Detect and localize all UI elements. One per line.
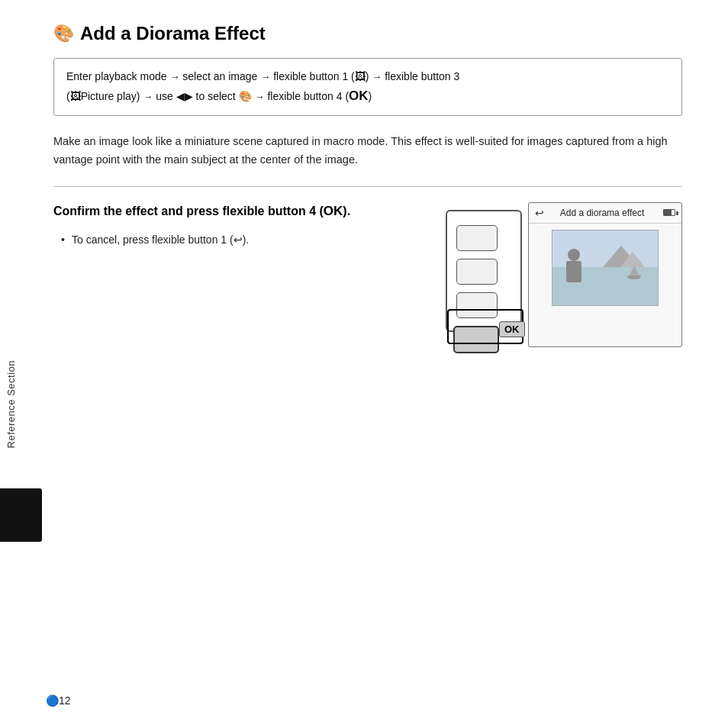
instruction-line2: (🖼Picture play) → use ◀▶ to select 🎨 → f… — [66, 90, 372, 102]
flex-button-1 — [456, 225, 498, 251]
instruction-line1: Enter playback mode → select an image → … — [66, 70, 459, 82]
section-divider — [53, 186, 682, 187]
flex-button-2 — [456, 259, 498, 285]
page-number-row: 🔵12 — [46, 694, 71, 707]
section-row: Confirm the effect and press flexible bu… — [53, 202, 682, 347]
person-head — [568, 249, 580, 261]
battery-fill — [664, 210, 672, 215]
boat-hull — [627, 275, 641, 279]
bullet-list: To cancel, press flexible button 1 (↩). — [53, 231, 423, 248]
boat-sail — [629, 266, 639, 276]
battery-icon — [663, 209, 675, 216]
camera-diagram: OK ↩ Add a diorama effect — [446, 202, 682, 347]
page-content: 🎨 Add a Diorama Effect Enter playback mo… — [0, 0, 728, 370]
screen-top-bar: ↩ Add a diorama effect — [529, 203, 681, 224]
photo-boat — [627, 266, 641, 276]
diorama-icon: 🎨 — [53, 24, 74, 43]
diagram-inner: OK ↩ Add a diorama effect — [446, 202, 682, 347]
screen-panel: ↩ Add a diorama effect — [528, 202, 682, 347]
black-tab — [0, 488, 42, 542]
instruction-box: Enter playback mode → select an image → … — [53, 58, 682, 116]
screen-photo — [552, 230, 659, 306]
section-heading: Confirm the effect and press flexible bu… — [53, 202, 423, 221]
person-body — [566, 261, 581, 282]
ok-label-diagram: OK — [499, 321, 525, 337]
title-row: 🎨 Add a Diorama Effect — [53, 23, 682, 44]
page-title: Add a Diorama Effect — [80, 23, 266, 44]
screen-title: Add a diorama effect — [544, 208, 660, 218]
page-icon: 🔵12 — [46, 694, 71, 707]
back-icon: ↩ — [535, 207, 544, 219]
photo-person — [566, 249, 581, 282]
description-text: Make an image look like a miniature scen… — [53, 133, 682, 169]
section-text: Confirm the effect and press flexible bu… — [53, 202, 423, 248]
bullet-item: To cancel, press flexible button 1 (↩). — [61, 231, 423, 248]
